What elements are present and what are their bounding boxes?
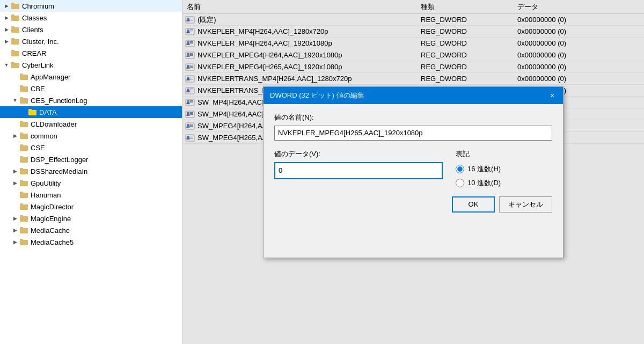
tree-item-label: AppManager xyxy=(31,73,70,81)
tree-item-mediacache[interactable]: MediaCache xyxy=(0,224,182,236)
svg-rect-4 xyxy=(11,27,19,33)
tree-chevron-icon xyxy=(11,131,19,140)
tree-item-label: CSE xyxy=(31,144,45,152)
tree-item-magicdirector[interactable]: MagicDirector xyxy=(0,201,182,213)
tree-chevron-icon xyxy=(11,238,19,246)
data-input[interactable] xyxy=(274,162,443,179)
radio-dec-label[interactable]: 10 進数(D) xyxy=(456,178,552,188)
radio-dec[interactable] xyxy=(456,179,464,187)
folder-icon xyxy=(11,2,20,10)
svg-rect-42 xyxy=(20,240,28,245)
dialog-left-section: 値のデータ(V): xyxy=(274,149,443,188)
tree-item-label: CLDownloader xyxy=(31,120,77,128)
folder-icon xyxy=(19,214,29,223)
svg-rect-18 xyxy=(20,99,28,104)
folder-icon xyxy=(19,72,29,81)
tree-item-label: CREAR xyxy=(22,49,47,57)
tree-chevron-icon xyxy=(11,96,19,105)
tree-item-label: Chromium xyxy=(22,2,54,10)
tree-item-ces_functionlog[interactable]: CES_FunctionLog xyxy=(0,94,182,106)
tree-item-crear[interactable]: CREAR xyxy=(0,47,182,59)
folder-icon xyxy=(19,155,29,164)
name-label: 値の名前(N): xyxy=(274,113,552,122)
tree-item-cluster[interactable]: Cluster, Inc. xyxy=(0,35,182,47)
svg-rect-6 xyxy=(11,39,19,45)
folder-icon xyxy=(19,120,29,128)
tree-item-data[interactable]: DATA xyxy=(0,106,182,118)
svg-rect-13 xyxy=(20,75,28,80)
tree-item-label: MediaCache xyxy=(31,226,70,235)
tree-item-hanuman[interactable]: Hanuman xyxy=(0,189,182,201)
svg-rect-15 xyxy=(20,86,28,92)
tree-item-dsp_effectlogger[interactable]: DSP_EffectLogger xyxy=(0,153,182,165)
radio-hex-label[interactable]: 16 進数(H) xyxy=(456,164,552,174)
tree-item-cse[interactable]: CSE xyxy=(0,142,182,153)
tree-item-magicengine[interactable]: MagicEngine xyxy=(0,213,182,224)
svg-rect-2 xyxy=(11,16,19,21)
folder-icon xyxy=(11,13,20,22)
data-label: 値のデータ(V): xyxy=(274,149,443,159)
dialog-title: DWORD (32 ビット) 値の編集 xyxy=(270,91,364,100)
tree-item-cbe[interactable]: CBE xyxy=(0,83,182,94)
folder-icon xyxy=(19,202,29,211)
tree-item-dssharedmediain[interactable]: DSSharedMediaIn xyxy=(0,165,182,177)
svg-rect-38 xyxy=(20,216,28,222)
tree-item-common[interactable]: common xyxy=(0,130,182,142)
dialog-close-button[interactable]: × xyxy=(546,89,559,102)
svg-rect-36 xyxy=(20,204,28,210)
ok-button[interactable]: OK xyxy=(452,196,495,213)
tree-item-cldownloader[interactable]: CLDownloader xyxy=(0,118,182,130)
svg-rect-29 xyxy=(20,156,23,158)
folder-icon xyxy=(28,108,38,116)
radio-hex[interactable] xyxy=(456,165,464,173)
svg-rect-0 xyxy=(11,4,19,9)
tree-chevron-icon xyxy=(2,37,11,46)
svg-rect-39 xyxy=(20,215,23,217)
tree-chevron-icon xyxy=(2,61,11,69)
tree-item-label: CBE xyxy=(31,85,45,93)
notation-label: 表記 xyxy=(456,149,552,159)
tree-chevron-icon xyxy=(2,2,11,10)
folder-icon xyxy=(11,37,20,46)
svg-rect-30 xyxy=(20,169,28,174)
radio-hex-text: 16 進数(H) xyxy=(467,164,501,174)
tree-chevron-icon xyxy=(2,13,11,22)
tree-item-chromium[interactable]: Chromium xyxy=(0,0,182,12)
dialog-buttons: OK キャンセル xyxy=(274,196,552,213)
name-input[interactable] xyxy=(274,126,552,141)
tree-item-appmanager[interactable]: AppManager xyxy=(0,71,182,83)
svg-rect-23 xyxy=(20,121,23,122)
svg-rect-9 xyxy=(11,50,14,52)
dialog-titlebar: DWORD (32 ビット) 値の編集 × xyxy=(264,87,563,104)
folder-icon xyxy=(19,96,29,105)
svg-rect-27 xyxy=(20,144,23,146)
tree-chevron-icon xyxy=(2,25,11,34)
dword-dialog: DWORD (32 ビット) 値の編集 × 値の名前(N): 値のデータ(V):… xyxy=(263,86,564,258)
radio-group: 16 進数(H) 10 進数(D) xyxy=(456,164,552,188)
tree-chevron-icon xyxy=(11,214,19,223)
svg-rect-32 xyxy=(20,181,28,186)
tree-item-label: Clients xyxy=(22,26,43,34)
cancel-button[interactable]: キャンセル xyxy=(499,196,552,213)
tree-item-cyberlink[interactable]: CyberLink xyxy=(0,59,182,71)
folder-icon xyxy=(19,131,29,140)
tree-item-mediacache5[interactable]: MediaCache5 xyxy=(0,236,182,248)
folder-icon xyxy=(19,84,29,93)
tree-item-gpuutility[interactable]: GpuUtility xyxy=(0,177,182,189)
tree-chevron-icon xyxy=(11,167,19,175)
folder-icon xyxy=(19,143,29,152)
tree-item-label: CES_FunctionLog xyxy=(31,97,87,105)
svg-rect-3 xyxy=(11,14,14,16)
tree-item-label: MediaCache5 xyxy=(31,238,74,246)
tree-item-label: DSP_EffectLogger xyxy=(31,156,88,164)
svg-rect-1 xyxy=(11,3,14,4)
tree-chevron-icon xyxy=(11,179,19,187)
svg-rect-33 xyxy=(20,180,23,181)
tree-item-label: MagicDirector xyxy=(31,203,74,211)
tree-item-label: Classes xyxy=(22,14,47,22)
svg-rect-28 xyxy=(20,157,28,163)
tree-item-classes[interactable]: Classes xyxy=(0,12,182,24)
svg-rect-14 xyxy=(20,74,23,75)
tree-item-clients[interactable]: Clients xyxy=(0,24,182,35)
tree-item-label: CyberLink xyxy=(22,61,54,69)
